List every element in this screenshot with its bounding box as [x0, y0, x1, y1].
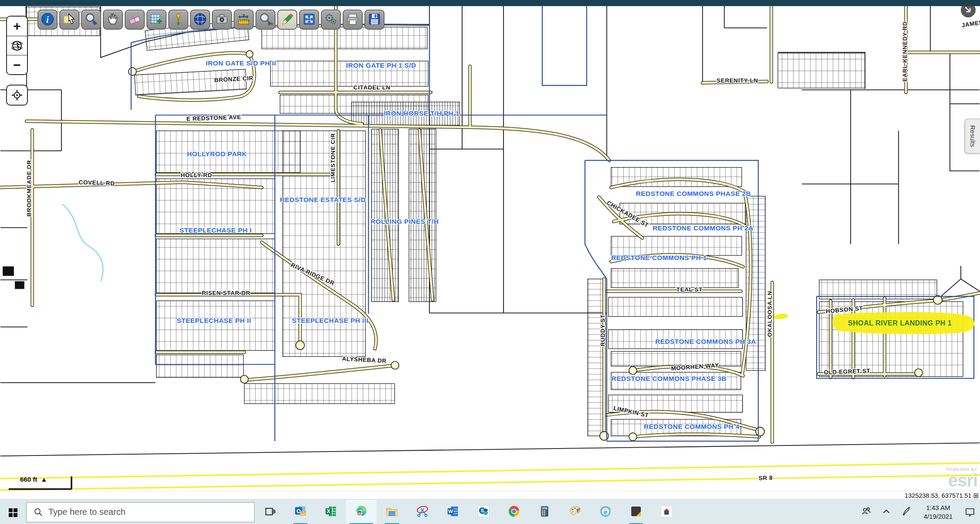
map-label-serenity-ln: SERENITY LN	[717, 77, 758, 84]
svg-text:XY: XY	[268, 21, 272, 26]
add-selection-tool-button[interactable]	[146, 10, 167, 30]
locate-button[interactable]	[6, 85, 28, 106]
map-label-redstone-commons-phase-3b: REDSTONE COMMONS PHASE 3B	[612, 375, 727, 382]
map-label-redstone-commons-ph-3a: REDSTONE COMMONS PH 3A	[655, 338, 756, 345]
home-app-icon	[660, 505, 673, 520]
task-view-icon	[263, 505, 276, 520]
coordinate-expand-icon[interactable]: ⊞	[973, 492, 979, 500]
excel-taskbar-button[interactable]: X	[316, 500, 346, 524]
calculator-icon	[538, 505, 551, 520]
map-status-bar: 1325238.53, 637571.51 ⊞	[0, 491, 980, 500]
map-label-shoal-river-landing-ph-1: SHOAL RIVER LANDING PH 1	[848, 319, 952, 327]
outlook-taskbar-button[interactable]: O	[285, 500, 316, 524]
word-taskbar-button[interactable]: W	[438, 500, 468, 524]
results-panel-tab[interactable]: Results	[965, 119, 980, 154]
scale-bar: 660 ft ▲	[8, 475, 82, 490]
globe-3d-tool-button[interactable]	[190, 10, 210, 30]
edge-taskbar-button[interactable]	[346, 500, 377, 524]
pen-tray-button[interactable]	[896, 500, 916, 524]
measure-icon: ?	[237, 12, 251, 27]
notes-app-taskbar-button[interactable]	[621, 500, 651, 524]
paint-taskbar-button[interactable]	[560, 500, 590, 524]
people-tray-button[interactable]	[856, 500, 876, 524]
internet-explorer-taskbar-button[interactable]: e	[590, 500, 621, 524]
map-label-iron-gate-s-d-ph-ii: IRON GATE S/D PH II	[206, 59, 276, 67]
full-extent-tool-button[interactable]	[299, 10, 319, 30]
zoom-in-button[interactable]: +	[7, 17, 27, 36]
esri-logo: esri	[946, 472, 977, 489]
zoom-out-button[interactable]: −	[7, 55, 27, 74]
add-selection-icon	[150, 12, 163, 27]
zoom-in-tool-tool-button[interactable]	[81, 10, 101, 30]
home-app-taskbar-button[interactable]	[651, 500, 682, 524]
notes-app-icon	[630, 505, 643, 520]
select-features-tool-button[interactable]	[59, 10, 79, 30]
zoom-xy-tool-button[interactable]: XY	[255, 10, 276, 30]
save-icon	[368, 12, 381, 27]
results-tab-label: Results	[969, 125, 977, 147]
map-label-iron-gate-ph-1-s-d: IRON GATE PH 1 S/D	[346, 62, 416, 69]
zoom-control: + −	[6, 16, 28, 75]
map-label-brookmeade-dr: BROOKMEADE DR	[26, 160, 32, 217]
measure-tool-button[interactable]: ?	[234, 10, 254, 30]
zoom-in-tool-icon	[84, 12, 98, 27]
map-label-limestone-cir: LIMESTONE CIR	[330, 133, 336, 182]
screenshot-tool-button[interactable]	[212, 10, 232, 30]
geoprocessing-tool-button[interactable]	[321, 10, 341, 30]
snipping-tool-taskbar-button[interactable]	[407, 500, 438, 524]
map-label-teal-st: TEAL ST	[677, 286, 703, 293]
map-label-ruddy-st: RUDDY ST	[599, 314, 606, 346]
excel-icon: X	[324, 505, 337, 520]
sharepoint-icon: S	[477, 505, 490, 520]
taskbar-search[interactable]: Type here to search	[26, 502, 255, 522]
map-label-holly-rd: HOLLY RD	[181, 172, 212, 178]
snipping-tool-icon	[416, 505, 429, 520]
print-icon	[346, 12, 360, 27]
search-placeholder: Type here to search	[48, 507, 126, 517]
map-label-redstone-commons-phase-2b: REDSTONE COMMONS PHASE 2B	[636, 190, 751, 197]
place-pin-tool-button[interactable]	[168, 10, 188, 30]
erase-tool-button[interactable]	[125, 10, 145, 30]
map-label-redstone-estates-s-d: REDSTONE ESTATES S/D	[280, 196, 366, 203]
world-extent-button[interactable]	[7, 36, 27, 55]
word-icon: W	[446, 505, 459, 520]
map-label-risen-star-dr: RISEN STAR DR	[202, 290, 251, 296]
clock-date: 4/19/2021	[916, 512, 960, 521]
map-label-redstone-commons-ph-4: REDSTONE COMMONS PH 4	[644, 423, 740, 430]
diagonal-arrow-icon	[964, 6, 973, 14]
save-tool-button[interactable]	[364, 10, 385, 30]
scale-text: 660 ft	[20, 476, 37, 483]
place-pin-icon	[171, 12, 185, 27]
pan-icon	[106, 12, 120, 27]
calculator-taskbar-button[interactable]	[529, 500, 560, 524]
sharepoint-taskbar-button[interactable]: S	[468, 500, 499, 524]
file-explorer-taskbar-button[interactable]	[377, 500, 407, 524]
action-center-icon	[964, 507, 976, 518]
identify-tool-button[interactable]: i	[37, 10, 58, 30]
pan-tool-button[interactable]	[103, 10, 123, 30]
crosshair-icon	[11, 89, 23, 101]
windows-taskbar: Type here to search OXWSe 1:43 AM 4/19/2…	[0, 499, 980, 524]
chevron-up-tray-button[interactable]	[876, 500, 896, 524]
map-canvas[interactable]: IRON GATE S/D PH IIIRON GATE PH 1 S/DIRO…	[0, 6, 980, 491]
action-center-button[interactable]	[960, 500, 980, 524]
pen-icon	[901, 506, 912, 519]
taskbar-clock[interactable]: 1:43 AM 4/19/2021	[916, 503, 960, 521]
map-label-steeplechase-ph-i: STEEPLECHASE PH I	[180, 226, 252, 234]
map-toolbar: i?XY	[37, 10, 385, 30]
geoprocessing-icon	[324, 12, 338, 27]
windows-logo-icon	[7, 507, 19, 518]
clock-time: 1:43 AM	[916, 503, 960, 512]
print-tool-button[interactable]	[343, 10, 363, 30]
coordinate-readout: 1325238.53, 637571.51	[905, 492, 971, 499]
task-view-taskbar-button[interactable]	[255, 500, 285, 524]
select-features-icon	[62, 12, 76, 27]
collapse-panel-button[interactable]	[961, 3, 976, 17]
map-label-rolling-pines-t-h: ROLLING PINES T/H	[371, 218, 439, 225]
start-button[interactable]	[0, 500, 26, 524]
people-icon	[861, 506, 872, 519]
draw-tool-button[interactable]	[277, 10, 297, 30]
globe-icon	[11, 40, 23, 51]
chrome-taskbar-button[interactable]	[499, 500, 529, 524]
paint-icon	[568, 505, 582, 520]
